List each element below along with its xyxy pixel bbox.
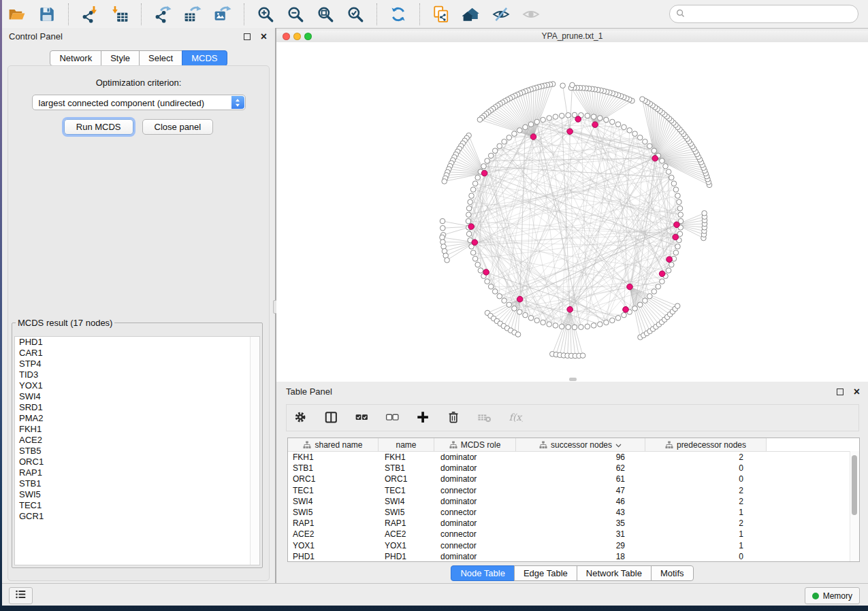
table-tabs: Node TableEdge TableNetwork TableMotifs — [276, 565, 868, 581]
import-table-button[interactable] — [110, 5, 129, 24]
mcds-result-item[interactable]: GCR1 — [15, 511, 259, 522]
optimization-criterion-select[interactable]: largest connected component (undirected) — [32, 95, 246, 110]
mcds-result-item[interactable]: FKH1 — [15, 424, 259, 435]
table-cell: dominator — [434, 552, 516, 561]
mcds-result-item[interactable]: TEC1 — [15, 500, 259, 511]
float-panel-icon[interactable] — [837, 389, 843, 395]
column-header-shared-name[interactable]: shared name — [288, 438, 379, 451]
close-panel-icon[interactable]: × — [261, 29, 267, 44]
mcds-result-item[interactable]: ORC1 — [15, 457, 259, 467]
network-files-button[interactable] — [432, 5, 451, 24]
mcds-result-item[interactable]: STB1 — [15, 478, 259, 489]
mcds-result-item[interactable]: STB5 — [15, 446, 259, 457]
table-row[interactable]: ORC1ORC1dominator610 — [288, 474, 859, 484]
import-network-button[interactable] — [80, 5, 99, 24]
table-row[interactable]: PHD1PHD1dominator180 — [288, 551, 859, 562]
mcds-result-item[interactable]: SWI5 — [15, 489, 259, 500]
mcds-result-item[interactable]: STP4 — [15, 359, 259, 369]
tab-edge-table[interactable]: Edge Table — [514, 565, 577, 581]
table-row[interactable]: SWI5SWI5connector431 — [288, 507, 859, 518]
select-all-columns-button[interactable] — [355, 410, 371, 426]
table-row[interactable]: YOX1YOX1connector291 — [288, 540, 859, 551]
tab-mcds[interactable]: MCDS — [182, 50, 227, 66]
header-filler — [767, 438, 859, 451]
save-session-button[interactable] — [37, 5, 57, 24]
table-row[interactable]: STB1STB1dominator620 — [288, 463, 859, 474]
export-table-button[interactable] — [183, 5, 202, 24]
show-all-button[interactable] — [521, 5, 541, 24]
table-row[interactable]: FKH1FKH1dominator962 — [288, 452, 859, 463]
table-cell: 1 — [645, 508, 767, 517]
column-header-label: MCDS role — [461, 440, 501, 450]
task-history-button[interactable] — [9, 587, 33, 604]
mcds-result-item[interactable]: PMA2 — [15, 413, 259, 424]
hide-selected-button[interactable] — [492, 5, 511, 24]
column-header-predecessor-nodes[interactable]: predecessor nodes — [645, 438, 767, 451]
show-columns-button[interactable] — [324, 410, 340, 426]
mcds-result-list[interactable]: PHD1CAR1STP4TID3YOX1SWI4SRD1PMA2FKH1ACE2… — [14, 336, 260, 565]
export-network-button[interactable] — [153, 5, 172, 24]
tab-motifs[interactable]: Motifs — [651, 565, 694, 581]
zoom-selected-button[interactable] — [346, 5, 365, 24]
column-settings-gear-button[interactable] — [293, 410, 310, 426]
column-settings-gear-icon — [293, 410, 310, 425]
zoom-in-button[interactable] — [256, 5, 275, 24]
tab-network-table[interactable]: Network Table — [577, 565, 652, 581]
function-builder-button[interactable]: f(x) — [508, 410, 524, 426]
table-cell: 1 — [645, 529, 767, 539]
zoom-out-button[interactable] — [286, 5, 305, 24]
delete-table-button[interactable] — [477, 410, 494, 426]
open-file-button[interactable] — [7, 5, 27, 24]
network-graph[interactable] — [276, 42, 868, 382]
mcds-result-item[interactable]: CAR1 — [15, 348, 259, 359]
memory-label: Memory — [823, 591, 852, 601]
export-image-button[interactable] — [213, 5, 232, 24]
mcds-result-item[interactable]: YOX1 — [15, 380, 259, 391]
table-scrollbar-thumb[interactable] — [852, 455, 857, 515]
table-row[interactable]: TEC1TEC1connector472 — [288, 485, 859, 496]
mcds-result-item[interactable]: PHD1 — [15, 337, 259, 348]
run-mcds-button[interactable]: Run MCDS — [64, 119, 133, 135]
first-neighbors-icon — [462, 5, 480, 23]
mcds-result-item[interactable]: TID3 — [15, 369, 259, 380]
export-table-icon — [184, 5, 202, 23]
table-cell: 29 — [516, 541, 645, 550]
mcds-result-item[interactable]: SRD1 — [15, 402, 259, 413]
tab-style[interactable]: Style — [101, 50, 140, 66]
close-panel-icon[interactable]: × — [854, 384, 860, 399]
list-scrollbar-track[interactable] — [250, 337, 259, 565]
table-row[interactable]: ACE2ACE2connector311 — [288, 529, 859, 540]
table-cell: 62 — [516, 463, 645, 473]
memory-button[interactable]: Memory — [805, 587, 860, 604]
close-panel-button[interactable]: Close panel — [142, 119, 214, 135]
column-header-successor-nodes[interactable]: successor nodes — [516, 438, 645, 451]
deselect-all-columns-button[interactable] — [385, 410, 402, 426]
delete-column-button[interactable] — [447, 410, 463, 426]
mcds-result-item[interactable]: SWI4 — [15, 391, 259, 402]
tab-network[interactable]: Network — [50, 50, 101, 66]
create-column-button[interactable] — [416, 410, 432, 426]
first-neighbors-button[interactable] — [462, 5, 481, 24]
hide-selected-icon — [492, 5, 510, 23]
canvas-hscroll-thumb[interactable] — [569, 378, 577, 381]
tab-node-table[interactable]: Node Table — [451, 565, 515, 581]
column-header-name[interactable]: name — [379, 438, 434, 451]
mcds-result-item[interactable]: RAP1 — [15, 467, 259, 478]
search-input[interactable] — [688, 7, 852, 22]
table-cell: connector — [434, 508, 516, 517]
table-row[interactable]: RAP1RAP1dominator352 — [288, 518, 859, 529]
table-scrollbar-track[interactable] — [850, 451, 859, 561]
table-header-row: shared namenameMCDS rolesuccessor nodesp… — [288, 438, 859, 452]
tab-select[interactable]: Select — [139, 50, 182, 66]
table-row[interactable]: SWI4SWI4dominator462 — [288, 496, 859, 507]
table-cell: RAP1 — [379, 518, 434, 528]
zoom-fit-button[interactable] — [316, 5, 335, 24]
column-header-mcds-role[interactable]: MCDS role — [434, 438, 516, 451]
table-cell: 2 — [645, 486, 767, 495]
column-header-label: predecessor nodes — [677, 440, 746, 450]
mcds-result-item[interactable]: ACE2 — [15, 435, 259, 446]
float-panel-icon[interactable] — [244, 33, 251, 40]
network-canvas[interactable] — [276, 42, 868, 382]
refresh-layout-button[interactable] — [389, 5, 408, 24]
table-cell: dominator — [434, 497, 516, 506]
